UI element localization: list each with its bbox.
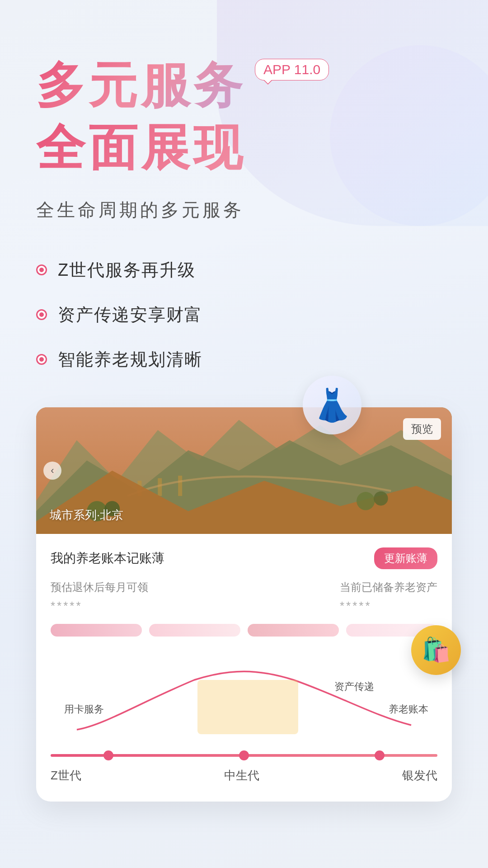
account-header: 我的养老账本记账薄 更新账薄: [51, 547, 437, 569]
feature-text-2: 资产传递安享财富: [58, 303, 202, 326]
lifecycle-section: 用卡服务 资产传递 养老账本 Z世代 中生代 银发代: [36, 653, 452, 802]
lifecycle-axis-labels: Z世代 中生代 银发代: [51, 768, 437, 783]
main-title-2: 全面展现: [36, 121, 452, 175]
preview-button[interactable]: 预览: [403, 418, 441, 440]
feature-list: Z世代服务再升级 资产传递安享财富 智能养老规划清晰: [36, 259, 452, 371]
svg-point-10: [374, 491, 388, 505]
bag-emoji: 🛍️: [422, 636, 451, 664]
account-title: 我的养老账本记账薄: [51, 550, 164, 567]
gen-label-silver: 银发代: [402, 768, 437, 783]
lifecycle-label-zichan: 资产传递: [334, 680, 374, 693]
account-bars: [51, 624, 437, 637]
account-col-1: 预估退休后每月可领 *****: [51, 580, 148, 613]
app-version-text: APP 11.0: [263, 62, 320, 77]
lifecycle-chart: 用卡服务 资产传递 养老账本: [51, 666, 437, 757]
account-columns: 预估退休后每月可领 ***** 当前已储备养老资产 *****: [51, 580, 437, 613]
nav-arrow-left[interactable]: ‹: [43, 462, 61, 480]
dress-emoji: 👗: [313, 387, 352, 424]
svg-point-9: [357, 492, 375, 510]
bar-1: [51, 624, 142, 637]
lifecycle-label-yanglao: 养老账本: [389, 703, 428, 716]
axis-dot-3: [375, 750, 385, 760]
floating-bag-icon: 🛍️: [411, 625, 461, 675]
title-line-1: 多元服务 APP 11.0: [36, 54, 452, 117]
lifecycle-axis: [51, 754, 437, 757]
axis-dot-1: [103, 750, 113, 760]
feature-item-1: Z世代服务再升级: [36, 259, 452, 282]
feature-text-1: Z世代服务再升级: [58, 259, 196, 282]
banner-area: 城市系列·北京 预览 ‹: [36, 407, 452, 534]
bar-3: [248, 624, 339, 637]
feature-item-2: 资产传递安享财富: [36, 303, 452, 326]
feature-dot-2: [36, 309, 47, 320]
feature-dot-3: [36, 354, 47, 365]
svg-rect-5: [178, 476, 182, 496]
col1-value: *****: [51, 599, 148, 613]
col2-label: 当前已储备养老资产: [340, 580, 437, 594]
feature-text-3: 智能养老规划清晰: [58, 348, 202, 371]
banner-city-label: 城市系列·北京: [50, 507, 123, 523]
axis-dot-2: [239, 750, 249, 760]
lifecycle-label-yongka: 用卡服务: [64, 703, 104, 716]
lifecycle-highlight: [197, 680, 298, 734]
svg-rect-4: [158, 478, 162, 496]
gen-label-z: Z世代: [51, 768, 81, 783]
app-version-badge: APP 11.0: [255, 59, 329, 80]
bar-2: [149, 624, 240, 637]
feature-item-3: 智能养老规划清晰: [36, 348, 452, 371]
col1-label: 预估退休后每月可领: [51, 580, 148, 594]
banner-image: 城市系列·北京 预览 ‹: [36, 407, 452, 534]
account-col-2: 当前已储备养老资产 *****: [340, 580, 437, 613]
mockup-card: 城市系列·北京 预览 ‹ 我的养老账本记账薄 更新账薄 预估退休后每月可领 **…: [36, 407, 452, 802]
col2-value: *****: [340, 599, 437, 613]
feature-dot-1: [36, 264, 47, 275]
header-section: 多元服务 APP 11.0 全面展现 全生命周期的多元服务: [36, 54, 452, 222]
floating-dress-icon: 👗: [303, 376, 361, 434]
gen-label-mid: 中生代: [224, 768, 259, 783]
main-title-1: 多元服务: [36, 59, 246, 113]
subtitle: 全生命周期的多元服务: [36, 198, 452, 222]
account-section: 我的养老账本记账薄 更新账薄 预估退休后每月可领 ***** 当前已储备养老资产…: [36, 534, 452, 653]
card-mockup-section: 👗 🛍️: [36, 407, 452, 802]
update-account-button[interactable]: 更新账薄: [374, 547, 437, 569]
